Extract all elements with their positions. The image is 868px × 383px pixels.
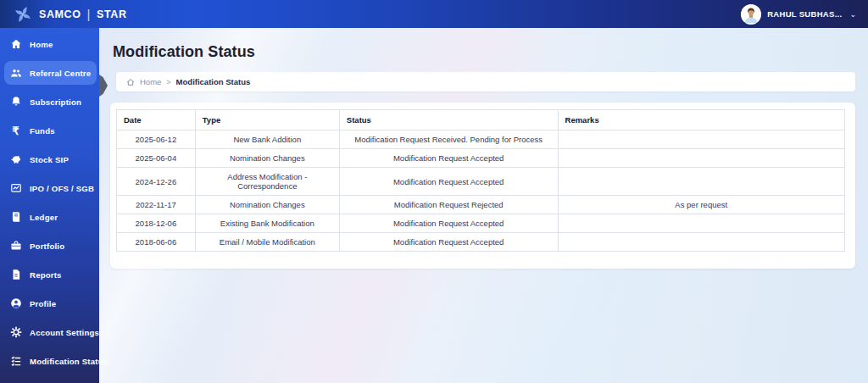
sidebar-item-label: Referral Centre [30, 69, 91, 78]
table-row: 2025-06-12New Bank AdditionModification … [117, 130, 845, 149]
table-cell: Modification Request Accepted [339, 149, 558, 168]
table-cell: Modification Request Accepted [339, 168, 558, 196]
table-cell: Modification Request Rejected [339, 196, 558, 214]
sidebar-item-ipo-ofs-sgb[interactable]: IPO / OFS / SGB [4, 176, 97, 200]
gear-icon [9, 326, 22, 339]
person-icon [9, 297, 22, 310]
brand-name: SAMCO [39, 8, 81, 20]
document-icon [9, 269, 22, 281]
sidebar-item-label: Modification Status [30, 357, 108, 366]
table-row: 2024-12-26Address Modification - Corresp… [117, 168, 845, 196]
table-cell: Address Modification - Correspondence [195, 168, 339, 196]
breadcrumb: Home > Modification Status [116, 72, 855, 92]
table-cell: Modification Request Accepted [339, 214, 558, 233]
sidebar-item-reports[interactable]: Reports [4, 263, 97, 286]
table-cell: New Bank Addition [195, 130, 339, 149]
main-content: Modification Status Home > Modification … [99, 28, 868, 383]
sidebar-item-modification-status[interactable]: Modification Status [4, 349, 97, 373]
sidebar-item-label: Home [30, 40, 53, 49]
table-cell: Nomination Changes [195, 196, 339, 214]
sidebar-item-label: Ledger [30, 213, 58, 222]
table-cell [558, 233, 844, 252]
table-row: 2022-11-17Nomination ChangesModification… [117, 196, 845, 214]
sidebar-item-stock-sip[interactable]: Stock SIP [4, 147, 97, 171]
sidebar-item-account-settings[interactable]: Account Settings [4, 320, 97, 344]
modification-status-card: DateTypeStatusRemarks 2025-06-12New Bank… [110, 103, 855, 269]
sidebar-item-label: Account Settings [30, 328, 99, 337]
breadcrumb-separator: > [166, 78, 170, 86]
column-header: Remarks [558, 110, 844, 130]
table-cell: Modification Request Received. Pending f… [339, 130, 558, 149]
sidebar-item-profile[interactable]: Profile [4, 291, 97, 315]
top-header: SAMCO | STAR RAHUL SUBHAS... [0, 0, 868, 28]
sidebar-item-funds[interactable]: ₹Funds [4, 119, 97, 142]
sidebar-item-portfolio[interactable]: Portfolio [4, 234, 97, 258]
sidebar-item-label: Stock SIP [30, 155, 69, 164]
chart-icon [9, 182, 22, 195]
column-header: Date [117, 110, 196, 130]
chevron-down-icon: ⌄ [849, 10, 856, 19]
table-header-row: DateTypeStatusRemarks [117, 110, 845, 130]
samco-logo-icon [14, 5, 32, 24]
sidebar-item-home[interactable]: Home [4, 32, 97, 56]
brand[interactable]: SAMCO | STAR [14, 5, 127, 24]
briefcase-icon [9, 240, 22, 253]
table-cell: 2025-06-12 [117, 130, 196, 149]
brand-separator: | [87, 7, 92, 21]
column-header: Status [339, 110, 558, 130]
breadcrumb-current: Modification Status [176, 77, 251, 86]
sidebar-item-ledger[interactable]: Ledger [4, 205, 97, 229]
table-row: 2018-12-06Existing Bank ModificationModi… [117, 214, 845, 233]
sidebar-item-label: Portfolio [30, 241, 64, 251]
sidebar-item-label: Subscription [30, 97, 81, 107]
sidebar-item-label: Profile [30, 299, 56, 308]
sidebar: HomeReferral CentreSubscription₹FundsSto… [0, 28, 99, 383]
checklist-icon [9, 355, 22, 368]
table-cell [558, 149, 844, 168]
table-cell: 2025-06-04 [117, 149, 196, 168]
home-icon [9, 38, 22, 51]
column-header: Type [195, 110, 339, 130]
table-row: 2018-06-06Email / Mobile ModificationMod… [117, 233, 845, 252]
piggy-bank-icon [9, 153, 22, 166]
table-cell: 2018-06-06 [117, 233, 196, 252]
table-cell [558, 168, 844, 196]
table-cell: Existing Bank Modification [195, 214, 339, 233]
table-cell: Modification Request Accepted [339, 233, 558, 252]
table-cell: Email / Mobile Modification [195, 233, 339, 252]
table-cell [558, 214, 844, 233]
home-icon [126, 78, 135, 86]
page-title: Modification Status [113, 43, 868, 61]
table-cell: 2022-11-17 [117, 196, 196, 214]
sidebar-nav: HomeReferral CentreSubscription₹FundsSto… [0, 32, 99, 373]
sidebar-item-referral-centre[interactable]: Referral Centre [4, 61, 97, 85]
sidebar-item-label: IPO / OFS / SGB [30, 184, 94, 193]
rupee-icon: ₹ [9, 125, 22, 137]
user-menu[interactable]: RAHUL SUBHAS... ⌄ [741, 4, 856, 25]
app-window: SAMCO | STAR RAHUL SUBHAS... [0, 0, 868, 383]
book-icon [9, 211, 22, 224]
table-row: 2025-06-04Nomination ChangesModification… [117, 149, 845, 168]
table-body: 2025-06-12New Bank AdditionModification … [117, 130, 845, 252]
avatar [741, 4, 761, 25]
brand-product: STAR [97, 8, 127, 20]
modification-status-table: DateTypeStatusRemarks 2025-06-12New Bank… [116, 109, 845, 252]
sidebar-item-label: Reports [30, 270, 62, 280]
table-cell: As per request [558, 196, 844, 214]
table-cell: Nomination Changes [195, 149, 339, 168]
table-cell: 2018-12-06 [117, 214, 196, 233]
table-cell: 2024-12-26 [117, 168, 196, 196]
sidebar-item-label: Funds [30, 126, 55, 136]
people-icon [9, 67, 22, 80]
user-name: RAHUL SUBHAS... [767, 9, 842, 19]
breadcrumb-home-link[interactable]: Home [140, 77, 161, 86]
table-cell [558, 130, 844, 149]
sidebar-item-subscription[interactable]: Subscription [4, 90, 97, 114]
bell-icon [9, 96, 22, 108]
